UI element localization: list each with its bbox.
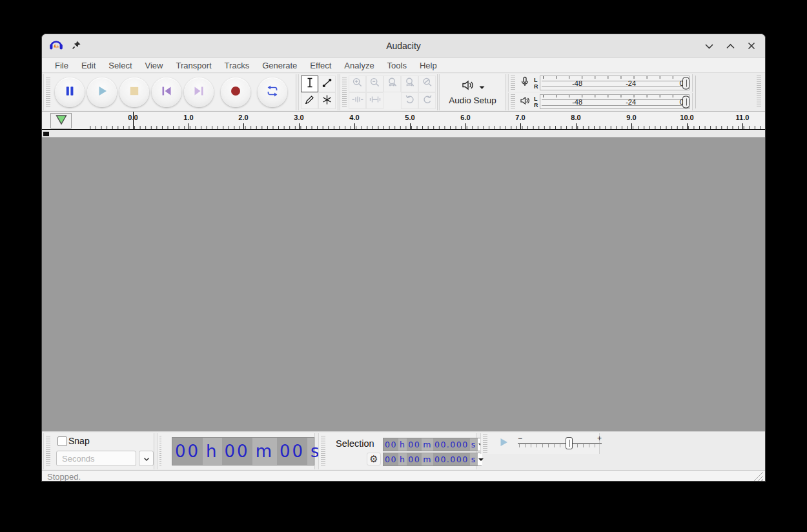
snap-unit-chevron-button[interactable] [139, 451, 154, 466]
meter-slider-handle[interactable] [682, 77, 690, 89]
snap-label: Snap [68, 436, 90, 446]
play-at-speed-button[interactable] [495, 435, 512, 451]
time-segment: m [252, 438, 277, 465]
audio-position-display[interactable]: 00h00m00s [172, 437, 314, 466]
play-at-speed-toolbar: − + [480, 433, 600, 454]
minimize-button[interactable] [704, 42, 714, 50]
dock-resize-grip[interactable] [757, 76, 761, 108]
silence-selection-button[interactable] [366, 92, 383, 109]
toolbar-grip[interactable] [321, 436, 325, 467]
selection-format-dropdown[interactable] [478, 453, 482, 466]
fit-project-icon [404, 77, 416, 91]
time-segment: 00 [277, 438, 307, 465]
snap-unit-select[interactable]: Seconds [56, 451, 136, 466]
chevron-down-icon [479, 81, 485, 92]
tools-toolbar [298, 74, 338, 110]
stop-button[interactable] [119, 77, 149, 107]
playback-meter-button[interactable] [517, 94, 533, 109]
toolbar-grip[interactable] [159, 436, 161, 467]
menu-item[interactable]: Generate [256, 61, 303, 70]
undo-button[interactable] [401, 92, 418, 109]
green-triangle-icon [55, 114, 68, 128]
undo-icon [404, 94, 416, 108]
toolbar-grip[interactable] [483, 435, 487, 453]
playback-meter-toolbar: L R -48-240 [508, 93, 693, 110]
toolbar-grip[interactable] [511, 94, 515, 109]
toolbar-grip[interactable] [342, 77, 347, 108]
recording-meter[interactable]: -48-240 [540, 76, 690, 90]
time-segment: 00 [383, 453, 398, 466]
zoom-out-button[interactable] [366, 76, 383, 92]
ruler-minor-ticks [90, 126, 764, 129]
skip-to-end-icon [192, 84, 206, 101]
meter-ticks [540, 76, 684, 79]
menu-item[interactable]: File [48, 61, 75, 70]
record-button[interactable] [221, 77, 250, 107]
snap-checkbox[interactable] [57, 436, 67, 446]
skip-to-start-button[interactable] [152, 77, 181, 107]
envelope-tool-button[interactable] [318, 76, 336, 92]
menu-item[interactable]: Tracks [218, 61, 256, 70]
edit-cursor [133, 112, 134, 129]
draw-tool-button[interactable] [301, 92, 318, 109]
play-button[interactable] [87, 77, 117, 107]
toolbar-grip[interactable] [511, 76, 515, 90]
loop-button[interactable] [258, 77, 287, 107]
audio-setup-label: Audio Setup [449, 96, 496, 105]
playback-speed-slider[interactable]: − + [516, 433, 603, 453]
fit-project-button[interactable] [401, 76, 418, 92]
gear-icon: ⚙ [369, 453, 378, 465]
meter-ticks [540, 95, 684, 97]
trim-outside-selection-icon [351, 94, 364, 107]
close-button[interactable] [747, 41, 756, 50]
zoom-in-button[interactable] [349, 76, 366, 92]
multi-tool-button[interactable] [318, 92, 336, 109]
meter-scale-label: -48 [572, 79, 582, 87]
zoom-toggle-button[interactable] [418, 76, 436, 92]
status-bar: Stopped. [42, 470, 765, 482]
audio-setup-button[interactable]: Audio Setup [439, 74, 506, 110]
time-segment: 00 [407, 438, 422, 451]
menu-item[interactable]: Effect [303, 61, 338, 70]
menu-item[interactable]: View [139, 61, 170, 70]
multi-tool-icon [322, 94, 332, 108]
selection-settings-button[interactable]: ⚙ [367, 453, 381, 466]
toolbar-grip[interactable] [46, 77, 50, 108]
scrub-strip[interactable] [42, 130, 765, 138]
selection-toolbar: Selection ⚙ 00h00m00.000s 00h00m00.000s [318, 433, 476, 469]
time-segment: 00 [172, 438, 203, 465]
record-meter-button[interactable] [517, 76, 533, 90]
menu-item[interactable]: Select [102, 61, 138, 70]
selection-tool-button[interactable] [301, 76, 318, 92]
record-icon [229, 84, 243, 101]
maximize-button[interactable] [726, 42, 735, 50]
menu-item[interactable]: Help [413, 61, 444, 70]
timeline-options-button[interactable] [50, 113, 72, 128]
menu-item[interactable]: Tools [381, 61, 413, 70]
track-canvas[interactable] [42, 138, 765, 431]
titlebar[interactable]: Audacity [42, 34, 765, 57]
menu-item[interactable]: Edit [75, 61, 102, 70]
speed-slider-thumb[interactable] [566, 437, 573, 449]
selection-end-field[interactable]: 00h00m00.000s [383, 453, 482, 466]
meter-slider-handle[interactable] [682, 96, 690, 108]
ruler-scale[interactable] [72, 112, 764, 129]
trim-outside-selection-button[interactable] [349, 92, 366, 109]
window-title: Audacity [42, 34, 765, 57]
pause-button[interactable] [55, 77, 85, 107]
playback-meter[interactable]: -48-240 [540, 94, 690, 109]
selection-start-field[interactable]: 00h00m00.000s [383, 438, 482, 451]
audacity-window: Audacity FileEditSelectViewTransportTrac… [41, 34, 766, 482]
window-resize-grip[interactable] [753, 471, 763, 481]
menu-item[interactable]: Analyze [338, 61, 380, 70]
speaker-icon [461, 79, 475, 94]
fit-selection-button[interactable] [383, 76, 401, 92]
menu-item[interactable]: Transport [169, 61, 218, 70]
skip-to-end-button[interactable] [184, 77, 214, 107]
loop-icon [265, 83, 280, 101]
redo-button[interactable] [418, 92, 436, 109]
toolbar-grip[interactable] [46, 436, 50, 467]
time-segment: 00.000 [433, 453, 470, 466]
zoom-in-icon [352, 77, 363, 91]
zoom-toggle-icon [422, 77, 433, 91]
